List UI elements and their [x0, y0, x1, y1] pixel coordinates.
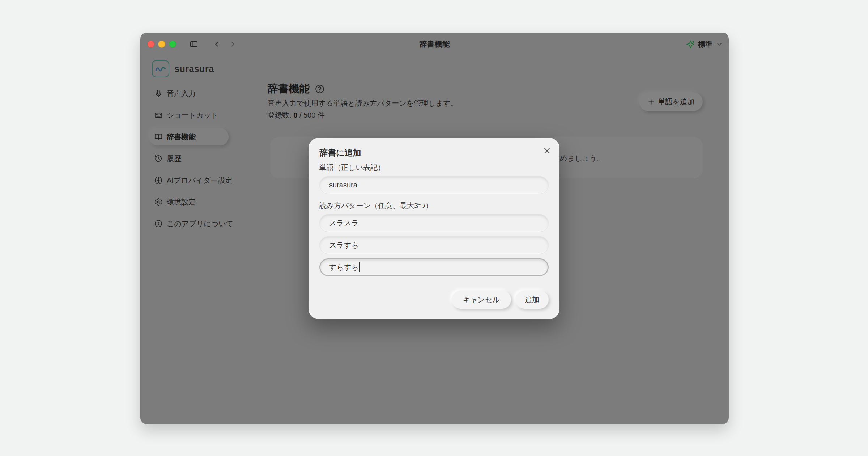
dialog-title: 辞書に追加: [319, 147, 549, 158]
close-icon: [542, 146, 552, 155]
add-word-dialog: 辞書に追加 単語（正しい表記） 読み方パターン（任意、最大3つ） すらすら キャ…: [309, 138, 559, 319]
submit-add-button[interactable]: 追加: [515, 291, 549, 309]
word-label: 単語（正しい表記）: [319, 162, 549, 173]
reading-input-1[interactable]: [319, 214, 549, 232]
app-window: 辞書機能 標準 sur: [140, 33, 729, 424]
cancel-button[interactable]: キャンセル: [452, 291, 511, 309]
reading-input-3-value: すらすら: [329, 262, 359, 272]
reading-input-3[interactable]: すらすら: [319, 258, 549, 276]
word-input[interactable]: [319, 176, 549, 194]
dialog-actions: キャンセル 追加: [319, 291, 549, 309]
close-window-button[interactable]: [147, 41, 154, 48]
minimize-window-button[interactable]: [158, 41, 165, 48]
traffic-lights: [147, 41, 176, 48]
dialog-close-button[interactable]: [540, 144, 554, 157]
zoom-window-button[interactable]: [169, 41, 176, 48]
reading-input-2[interactable]: [319, 236, 549, 254]
readings-label: 読み方パターン（任意、最大3つ）: [319, 200, 549, 211]
text-caret: [359, 262, 360, 272]
